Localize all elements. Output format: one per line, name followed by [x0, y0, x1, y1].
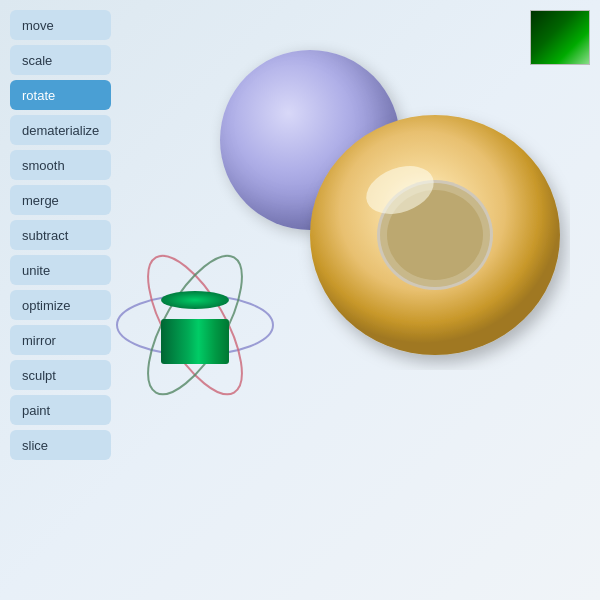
tool-btn-unite[interactable]: unite — [10, 255, 111, 285]
tool-btn-sculpt[interactable]: sculpt — [10, 360, 111, 390]
tool-btn-merge[interactable]: merge — [10, 185, 111, 215]
tool-btn-paint[interactable]: paint — [10, 395, 111, 425]
tool-btn-move[interactable]: move — [10, 10, 111, 40]
tool-btn-dematerialize[interactable]: dematerialize — [10, 115, 111, 145]
tool-btn-scale[interactable]: scale — [10, 45, 111, 75]
tool-btn-mirror[interactable]: mirror — [10, 325, 111, 355]
sidebar: movescalerotatedematerializesmoothmerges… — [10, 10, 111, 460]
tool-btn-rotate[interactable]: rotate — [10, 80, 111, 110]
tool-btn-smooth[interactable]: smooth — [10, 150, 111, 180]
tool-btn-optimize[interactable]: optimize — [10, 290, 111, 320]
color-palette[interactable] — [530, 10, 590, 65]
tool-btn-slice[interactable]: slice — [10, 430, 111, 460]
tool-btn-subtract[interactable]: subtract — [10, 220, 111, 250]
